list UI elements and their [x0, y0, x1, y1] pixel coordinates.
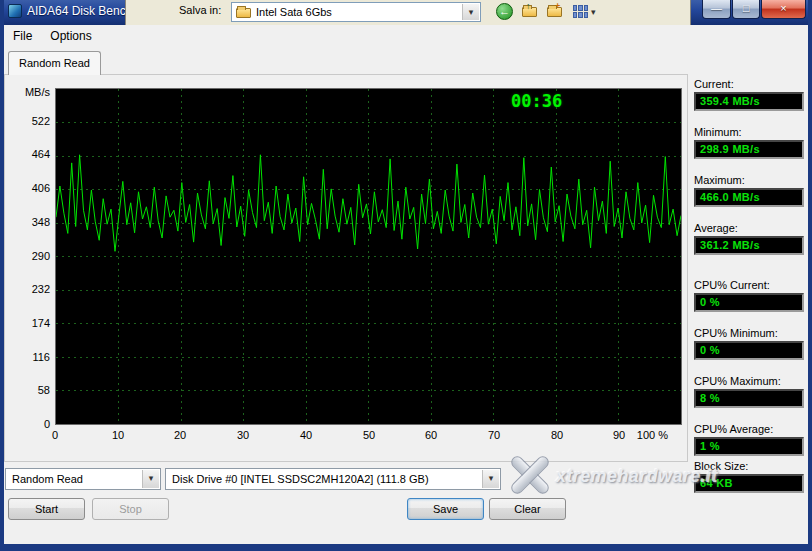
x-axis-label: 70 [488, 429, 500, 441]
folder-icon [236, 8, 251, 18]
save-dialog-fragment: Salva in: Intel Sata 6Gbs ▾ ← ↑ + ▾ [125, 0, 691, 25]
x-axis-label: 100 % [637, 429, 668, 441]
elapsed-timer: 00:36 [511, 91, 562, 111]
y-axis-label: 522 [6, 115, 50, 127]
window-border-bottom [0, 544, 812, 551]
menu-file[interactable]: File [4, 25, 41, 43]
chevron-down-icon[interactable]: ▾ [591, 7, 596, 17]
stat-label-cpu-minimum: CPU% Minimum: [694, 327, 778, 339]
y-axis-labels: 522464406348290232174116580 [6, 88, 50, 425]
x-axis-label: 30 [237, 429, 249, 441]
stat-value-cpu-current: 0 % [694, 293, 804, 312]
y-axis-label: 58 [6, 384, 50, 396]
x-axis-label: 50 [363, 429, 375, 441]
x-axis-label: 40 [300, 429, 312, 441]
y-axis-label: 174 [6, 317, 50, 329]
x-axis-label: 90 [613, 429, 625, 441]
stat-value-average: 361.2 MB/s [694, 236, 804, 255]
x-axis-label: 0 [52, 429, 58, 441]
maximize-button[interactable]: □ [732, 0, 760, 19]
stat-label-average: Average: [694, 222, 738, 234]
stat-label-minimum: Minimum: [694, 126, 742, 138]
stat-value-current: 359.4 MB/s [694, 92, 804, 111]
save-location-combobox[interactable]: Intel Sata 6Gbs ▾ [231, 2, 481, 22]
chevron-down-icon[interactable]: ▾ [142, 470, 159, 488]
stat-label-cpu-maximum: CPU% Maximum: [694, 375, 781, 387]
tab-random-read[interactable]: Random Read [8, 51, 101, 75]
back-icon[interactable]: ← [496, 3, 513, 20]
menubar: File Options [4, 25, 808, 47]
benchmark-chart: 00:36 [55, 88, 682, 425]
stat-label-cpu-average: CPU% Average: [694, 423, 773, 435]
y-axis-label: 0 [6, 418, 50, 430]
test-type-select[interactable]: Random Read ▾ [5, 468, 161, 490]
y-axis-label: 348 [6, 216, 50, 228]
stat-label-block-size: Block Size: [694, 460, 748, 472]
x-axis-label: 20 [174, 429, 186, 441]
stat-value-minimum: 298.9 MB/s [694, 140, 804, 159]
chevron-down-icon[interactable]: ▾ [462, 4, 479, 20]
start-button[interactable]: Start [8, 498, 85, 520]
minimize-button[interactable]: — [702, 0, 731, 19]
test-type-value: Random Read [12, 473, 140, 485]
x-axis-label: 80 [551, 429, 563, 441]
stat-value-cpu-maximum: 8 % [694, 389, 804, 408]
stat-value-cpu-average: 1 % [694, 437, 804, 456]
window-border-right [808, 0, 812, 551]
stat-value-block-size: 64 KB [694, 474, 804, 493]
aida64-app-icon [8, 4, 22, 18]
save-in-label: Salva in: [179, 4, 221, 16]
chevron-down-icon[interactable]: ▾ [482, 470, 499, 488]
stat-label-maximum: Maximum: [694, 174, 745, 186]
x-axis-label: 60 [425, 429, 437, 441]
stat-value-maximum: 466.0 MB/s [694, 188, 804, 207]
close-button[interactable]: × [761, 0, 806, 19]
y-axis-label: 232 [6, 283, 50, 295]
stat-label-current: Current: [694, 78, 734, 90]
aida64-disk-benchmark-window: AIDA64 Disk Bench... — □ × Salva in: Int… [0, 0, 812, 551]
y-axis-label: 290 [6, 250, 50, 262]
view-menu-icon[interactable] [573, 5, 588, 18]
y-axis-label: 464 [6, 148, 50, 160]
chart-canvas [56, 89, 681, 424]
stop-button[interactable]: Stop [92, 498, 169, 520]
drive-select[interactable]: Disk Drive #0 [INTEL SSDSC2MH120A2] (111… [165, 468, 501, 490]
stat-label-cpu-current: CPU% Current: [694, 279, 770, 291]
y-axis-label: 406 [6, 182, 50, 194]
x-axis-label: 10 [112, 429, 124, 441]
y-axis-label: 116 [6, 351, 50, 363]
save-location-value: Intel Sata 6Gbs [256, 6, 332, 18]
x-axis-labels: 0102030405060708090100 % [55, 429, 682, 443]
menu-options[interactable]: Options [41, 25, 100, 43]
save-button[interactable]: Save [407, 498, 484, 520]
window-controls: — □ × [702, 0, 806, 19]
clear-button[interactable]: Clear [489, 498, 566, 520]
window-border-left [0, 0, 4, 551]
drive-value: Disk Drive #0 [INTEL SSDSC2MH120A2] (111… [172, 473, 480, 485]
stat-value-cpu-minimum: 0 % [694, 341, 804, 360]
